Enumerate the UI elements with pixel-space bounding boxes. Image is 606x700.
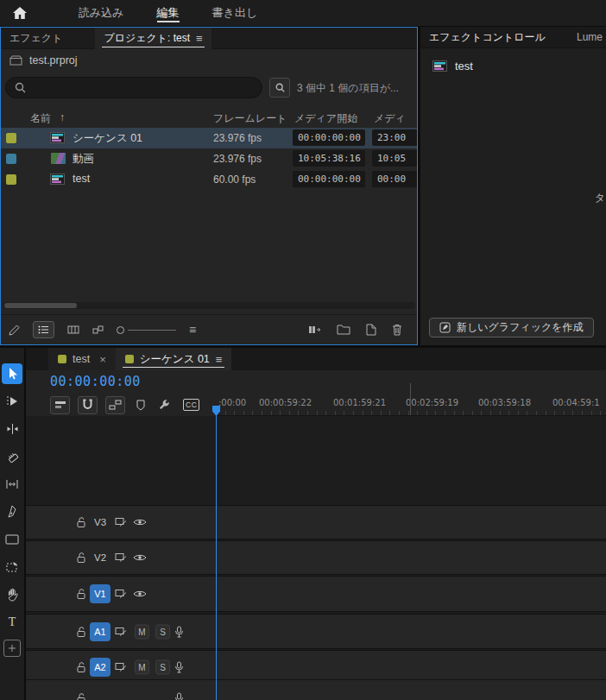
mute-button[interactable]: M [135, 660, 149, 675]
item-name[interactable]: test [73, 173, 90, 185]
new-graphic-button[interactable]: 新しいグラフィックを作成 [429, 318, 594, 337]
track-label[interactable]: V2 [94, 552, 106, 563]
voiceover-mic-icon[interactable] [174, 661, 184, 673]
list-view-button[interactable] [33, 321, 54, 338]
voiceover-mic-icon[interactable] [174, 692, 184, 700]
track-select-forward-tool[interactable] [2, 391, 22, 412]
sort-ascending-icon[interactable]: ↑ [60, 111, 65, 123]
zoom-rail[interactable] [128, 330, 176, 331]
column-name[interactable]: 名前 [30, 111, 51, 126]
time-ruler[interactable]: :00:00 00:00:59:22 00:01:59:21 00:02:59:… [216, 393, 606, 416]
table-row[interactable]: 動画 23.976 fps 10:05:38:16 10:05 [1, 148, 417, 169]
panel-menu-icon[interactable]: ≡ [216, 353, 223, 366]
label-color-chip[interactable] [6, 133, 16, 143]
hand-tool[interactable] [2, 584, 22, 605]
slip-tool[interactable] [2, 474, 22, 495]
nest-sequence-toggle[interactable] [50, 396, 70, 414]
ripple-edit-tool[interactable] [2, 419, 22, 439]
track-lock-icon[interactable] [76, 626, 87, 637]
mute-button[interactable]: M [135, 624, 149, 639]
solo-button[interactable]: S [155, 660, 170, 675]
track-lock-icon[interactable] [76, 552, 87, 564]
column-framerate[interactable]: フレームレート [213, 111, 287, 126]
new-item-icon[interactable] [366, 324, 376, 336]
pen-tool[interactable] [2, 501, 22, 522]
track-lock-icon[interactable] [76, 589, 87, 600]
track-target-badge[interactable]: A2 [90, 658, 110, 677]
video-track-v3[interactable]: V3 [26, 505, 606, 539]
type-tool[interactable]: T [2, 612, 22, 633]
track-visibility-eye-icon[interactable] [133, 553, 147, 562]
table-row[interactable]: シーケンス 01 23.976 fps 00:00:00:00 23:00 [1, 128, 417, 148]
track-label[interactable]: V3 [94, 517, 106, 527]
delete-icon[interactable] [392, 324, 402, 336]
track-visibility-eye-icon[interactable] [133, 518, 147, 527]
sync-lock-icon[interactable] [115, 518, 127, 527]
home-button[interactable] [12, 0, 35, 26]
track-lock-icon[interactable] [76, 693, 87, 700]
track-lock-icon[interactable] [76, 662, 87, 673]
item-media-end[interactable]: 00:00 [372, 171, 418, 187]
video-track-v1[interactable]: V1 [26, 576, 606, 612]
audio-track-a3[interactable] [26, 679, 606, 700]
icon-view-icon[interactable] [67, 325, 79, 334]
scrollbar-thumb[interactable] [4, 303, 77, 308]
captions-icon[interactable]: CC [183, 399, 199, 411]
label-color-chip[interactable] [6, 174, 16, 185]
menu-item-import[interactable]: 読み込み [66, 0, 137, 26]
automate-to-sequence-icon[interactable] [308, 325, 321, 335]
selection-tool[interactable] [2, 363, 22, 384]
tab-effect-controls[interactable]: エフェクトコントロール [420, 30, 546, 45]
item-name[interactable]: シーケンス 01 [73, 131, 142, 146]
playhead-timecode[interactable]: 00:00:00:00 [50, 374, 141, 389]
column-media-start[interactable]: メディア開始 [294, 111, 357, 126]
tab-effects[interactable]: エフェクト [1, 28, 71, 49]
toolbox-tool[interactable] [3, 640, 21, 657]
item-media-start[interactable]: 00:00:00:00 [293, 171, 365, 187]
table-row[interactable]: test 60.00 fps 00:00:00:00 00:00 [1, 169, 417, 190]
zoom-knob-icon[interactable] [117, 326, 124, 334]
item-name[interactable]: 動画 [73, 152, 94, 167]
audio-track-a1[interactable]: A1 M S [26, 614, 606, 649]
freeform-view-icon[interactable] [92, 325, 104, 335]
rectangle-tool[interactable] [2, 529, 22, 550]
tab-sequence-test[interactable]: test × [48, 348, 116, 370]
tab-project[interactable]: プロジェクト: test ≡ [95, 28, 211, 49]
close-tab-icon[interactable]: × [99, 353, 106, 366]
edit-pencil-icon[interactable] [9, 325, 20, 336]
item-media-end[interactable]: 23:00 [372, 129, 418, 146]
item-media-start[interactable]: 00:00:00:00 [293, 129, 365, 146]
search-box[interactable] [5, 77, 262, 98]
sync-lock-icon[interactable] [115, 663, 127, 672]
thumbnail-zoom-slider[interactable] [117, 326, 176, 334]
tab-lumetri[interactable]: Lume [577, 31, 603, 43]
horizontal-scrollbar[interactable] [3, 302, 415, 309]
playhead-line[interactable] [216, 413, 217, 700]
search-input[interactable] [32, 82, 239, 94]
timeline-settings-wrench-icon[interactable] [158, 399, 170, 411]
new-bin-icon[interactable] [337, 325, 350, 335]
menu-item-edit[interactable]: 編集 [144, 0, 193, 26]
sync-lock-icon[interactable] [115, 590, 127, 599]
razor-tool[interactable] [2, 446, 22, 467]
track-visibility-eye-icon[interactable] [133, 590, 147, 598]
track-lock-icon[interactable] [76, 517, 87, 528]
linked-selection-toggle[interactable] [105, 396, 125, 414]
track-target-badge[interactable]: A1 [90, 622, 110, 641]
video-track-v2[interactable]: V2 [26, 540, 606, 575]
track-target-badge[interactable]: V1 [90, 584, 110, 603]
sync-lock-icon[interactable] [115, 627, 127, 636]
panel-menu-icon[interactable]: ≡ [196, 32, 203, 45]
sync-lock-icon[interactable] [115, 553, 127, 563]
voiceover-mic-icon[interactable] [174, 626, 184, 638]
label-color-chip[interactable] [6, 154, 16, 164]
column-media-end[interactable]: メディ [374, 111, 406, 126]
item-media-end[interactable]: 10:05 [372, 150, 418, 167]
transform-tool[interactable] [2, 557, 22, 577]
sort-icons-button[interactable]: ≡ [189, 323, 196, 337]
item-media-start[interactable]: 10:05:38:16 [293, 150, 365, 167]
add-marker-icon[interactable] [136, 400, 145, 411]
menu-item-export[interactable]: 書き出し [199, 0, 271, 26]
create-search-bin-button[interactable] [269, 78, 290, 98]
snap-toggle[interactable] [78, 396, 98, 414]
